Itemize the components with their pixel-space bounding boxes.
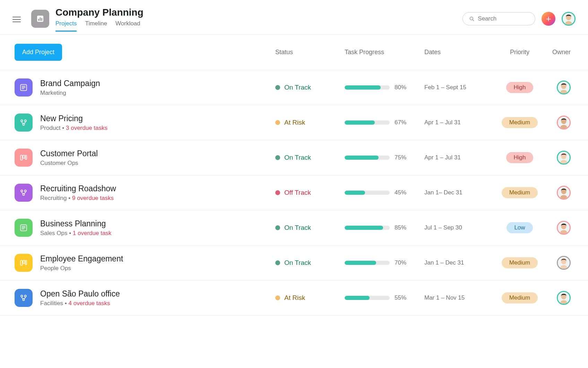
project-subtitle: Recruiting • 9 overdue tasks (40, 195, 275, 202)
project-list: Brand Campaign Marketing On Track 80% Fe… (0, 70, 588, 316)
priority-pill: Medium (502, 117, 538, 128)
project-row[interactable]: New Pricing Product • 3 overdue tasks At… (0, 105, 588, 140)
column-header-progress: Task Progress (345, 49, 424, 56)
project-team: Facilities (40, 300, 63, 307)
project-team: People Ops (40, 265, 71, 271)
column-header-priority: Priority (494, 49, 546, 56)
project-info: Customer Portal Customer Ops (40, 149, 275, 167)
project-name: New Pricing (40, 114, 275, 123)
project-icon (15, 114, 33, 132)
priority-pill: High (506, 82, 534, 93)
menu-icon[interactable] (12, 15, 21, 24)
progress-percent: 75% (395, 154, 406, 161)
status-dot-icon (275, 190, 280, 195)
progress-percent: 85% (395, 224, 406, 231)
dates-cell: Apr 1 – Jul 31 (424, 119, 494, 126)
priority-cell[interactable]: Medium (494, 257, 546, 268)
progress-bar (345, 226, 390, 230)
status-dot-icon (275, 295, 280, 300)
project-row[interactable]: Brand Campaign Marketing On Track 80% Fe… (0, 70, 588, 105)
project-name: Open São Paulo office (40, 289, 275, 299)
search-input[interactable] (478, 15, 529, 22)
search-field[interactable] (462, 12, 535, 25)
status-dot-icon (275, 120, 280, 125)
status-label: On Track (284, 224, 311, 232)
status-cell[interactable]: On Track (275, 224, 345, 232)
dates-cell: Feb 1 – Sept 15 (424, 84, 494, 91)
priority-cell[interactable]: Medium (494, 187, 546, 198)
owner-cell[interactable] (546, 221, 573, 235)
search-icon (469, 16, 474, 22)
status-cell[interactable]: At Risk (275, 119, 345, 126)
progress-percent: 80% (395, 84, 406, 91)
project-row[interactable]: Open São Paulo office Facilities • 4 ove… (0, 281, 588, 316)
priority-pill: Low (507, 222, 533, 233)
project-team: Recruiting (40, 195, 67, 201)
tab-timeline[interactable]: Timeline (85, 20, 107, 32)
add-project-button[interactable]: Add Project (15, 44, 62, 61)
project-info: Recruiting Roadshow Recruiting • 9 overd… (40, 184, 275, 202)
progress-percent: 67% (395, 119, 406, 126)
owner-avatar (557, 256, 571, 270)
owner-avatar (557, 81, 571, 94)
project-row[interactable]: Recruiting Roadshow Recruiting • 9 overd… (0, 175, 588, 210)
progress-bar (345, 191, 390, 195)
project-subtitle: Sales Ops • 1 overdue task (40, 230, 275, 237)
progress-cell: 67% (345, 119, 424, 126)
project-subtitle: Product • 3 overdue tasks (40, 125, 275, 132)
progress-bar (345, 120, 390, 125)
owner-cell[interactable] (546, 116, 573, 129)
status-cell[interactable]: Off Track (275, 189, 345, 196)
project-name: Employee Engagement (40, 254, 275, 264)
project-row[interactable]: Business Planning Sales Ops • 1 overdue … (0, 210, 588, 245)
progress-cell: 70% (345, 259, 424, 266)
project-info: Brand Campaign Marketing (40, 79, 275, 97)
status-label: Off Track (284, 189, 311, 196)
project-row[interactable]: Customer Portal Customer Ops On Track 75… (0, 140, 588, 175)
progress-percent: 45% (395, 189, 406, 196)
owner-cell[interactable] (546, 291, 573, 305)
status-dot-icon (275, 85, 280, 90)
owner-cell[interactable] (546, 81, 573, 94)
priority-cell[interactable]: Medium (494, 117, 546, 128)
priority-cell[interactable]: High (494, 152, 546, 163)
project-team: Marketing (40, 90, 66, 96)
project-subtitle: Facilities • 4 overdue tasks (40, 300, 275, 307)
global-add-button[interactable]: + (542, 12, 555, 26)
owner-cell[interactable] (546, 151, 573, 165)
owner-avatar (557, 291, 571, 305)
user-avatar[interactable] (562, 12, 576, 26)
progress-bar (345, 261, 390, 265)
tab-workload[interactable]: Workload (115, 20, 140, 32)
page-title: Company Planning (55, 7, 456, 18)
progress-percent: 70% (395, 259, 406, 266)
project-team: Sales Ops (40, 230, 67, 236)
progress-cell: 45% (345, 189, 424, 196)
progress-cell: 75% (345, 154, 424, 161)
status-cell[interactable]: On Track (275, 259, 345, 267)
priority-cell[interactable]: High (494, 82, 546, 93)
project-icon (15, 254, 33, 272)
status-label: On Track (284, 259, 311, 267)
project-info: Open São Paulo office Facilities • 4 ove… (40, 289, 275, 307)
tab-projects[interactable]: Projects (55, 20, 77, 32)
project-subtitle: Marketing (40, 90, 275, 97)
dates-cell: Mar 1 – Nov 15 (424, 294, 494, 301)
column-headers: Status Task Progress Dates Priority Owne… (275, 49, 573, 56)
project-info: Employee Engagement People Ops (40, 254, 275, 272)
status-cell[interactable]: On Track (275, 84, 345, 91)
project-name: Customer Portal (40, 149, 275, 158)
priority-cell[interactable]: Medium (494, 292, 546, 303)
status-cell[interactable]: On Track (275, 154, 345, 161)
owner-cell[interactable] (546, 256, 573, 270)
portfolio-icon[interactable] (31, 10, 49, 28)
project-row[interactable]: Employee Engagement People Ops On Track … (0, 245, 588, 281)
status-cell[interactable]: At Risk (275, 294, 345, 302)
project-name: Business Planning (40, 219, 275, 228)
toolbar: Add Project Status Task Progress Dates P… (0, 35, 588, 70)
priority-cell[interactable]: Low (494, 222, 546, 233)
owner-avatar (557, 221, 571, 235)
owner-avatar (557, 151, 571, 165)
owner-cell[interactable] (546, 186, 573, 200)
dates-cell: Apr 1 – Jul 31 (424, 154, 494, 161)
